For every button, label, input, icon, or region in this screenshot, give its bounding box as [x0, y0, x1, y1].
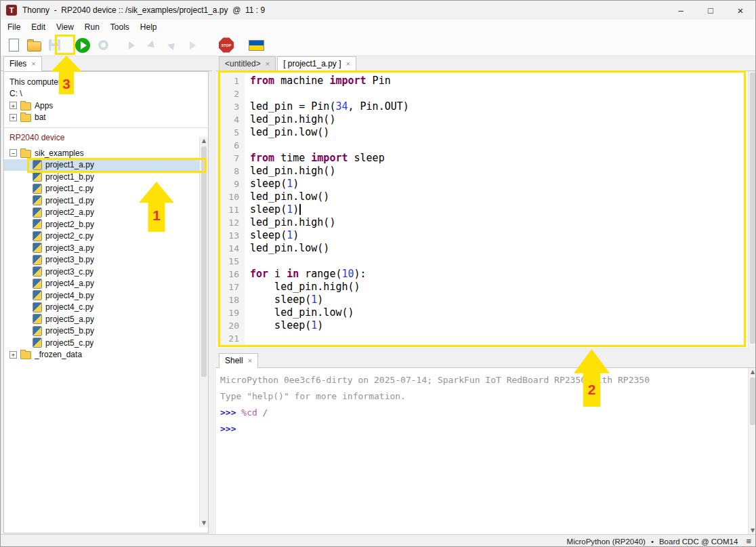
tree-item-python-file[interactable]: project5_b.py [4, 325, 208, 338]
tree-item-folder[interactable]: −sik_examples [4, 147, 208, 159]
shell-output-area[interactable]: MicroPython 0ee3cf6-dirty on 2025-07-14;… [216, 368, 748, 535]
tree-item-c-drive[interactable]: C: \ [4, 88, 208, 100]
debug-icon [98, 40, 108, 50]
code-line[interactable]: 15 [216, 255, 748, 268]
scroll-up-icon[interactable]: ▲ [200, 137, 208, 145]
code-line[interactable]: 17 led_pin.high() [216, 281, 748, 293]
close-tab-icon[interactable]: × [31, 60, 35, 68]
code-line[interactable]: 19 led_pin.low() [216, 306, 748, 319]
port-status[interactable]: Board CDC @ COM14 [659, 538, 738, 546]
tree-item-python-file[interactable]: project3_c.py [4, 266, 208, 278]
menu-view[interactable]: View [51, 20, 79, 34]
step-into-button[interactable] [143, 37, 161, 54]
close-button[interactable]: × [726, 1, 755, 20]
tree-item-python-file[interactable]: project4_b.py [4, 289, 208, 302]
code-line[interactable]: 7from time import sleep [216, 152, 748, 165]
step-over-button[interactable] [123, 37, 140, 54]
save-file-button[interactable] [45, 37, 63, 54]
code-token: ) [293, 229, 299, 241]
tree-item-python-file[interactable]: project4_a.py [4, 278, 208, 290]
scroll-down-icon[interactable]: ▼ [200, 519, 208, 527]
tree-item-python-file[interactable]: project1_d.py [4, 195, 208, 207]
menu-file[interactable]: File [2, 20, 26, 34]
code-line[interactable]: 6 [216, 139, 748, 152]
support-ukraine-button[interactable] [247, 37, 265, 54]
scrollbar-thumb[interactable] [750, 378, 755, 425]
code-line[interactable]: 21 [216, 332, 748, 345]
tree-item-python-file[interactable]: project1_a.py [4, 159, 208, 171]
tree-item-python-file[interactable]: project1_c.py [4, 183, 208, 195]
shell-line: MicroPython 0ee3cf6-dirty on 2025-07-14;… [220, 372, 748, 388]
expand-icon[interactable]: + [9, 102, 17, 109]
code-line[interactable]: 18 sleep(1) [216, 293, 748, 306]
files-tab[interactable]: Files × [3, 56, 42, 70]
code-line[interactable]: 14led_pin.low() [216, 242, 748, 255]
menu-edit[interactable]: Edit [26, 20, 51, 34]
tree-item-python-file[interactable]: project5_c.py [4, 337, 208, 349]
tree-item-python-file[interactable]: project2_b.py [4, 218, 208, 230]
tree-item-python-file[interactable]: project2_c.py [4, 230, 208, 243]
shell-tab[interactable]: Shell × [219, 353, 258, 367]
expand-icon[interactable]: + [9, 114, 17, 121]
minimize-button[interactable]: – [666, 1, 696, 20]
tree-item-python-file[interactable]: project4_c.py [4, 302, 208, 314]
stop-restart-button[interactable]: STOP [217, 37, 235, 54]
menu-run[interactable]: Run [79, 20, 105, 34]
code-line[interactable]: 5led_pin.low() [216, 126, 748, 139]
code-editor[interactable]: 1from machine import Pin23led_pin = Pin(… [216, 71, 748, 348]
run-script-button[interactable] [74, 37, 91, 54]
tree-item-python-file[interactable]: project2_a.py [4, 207, 208, 219]
interpreter-status[interactable]: MicroPython (RP2040) [567, 538, 646, 546]
editor-tab[interactable]: [ project1_a.py ]× [277, 56, 356, 70]
code-line[interactable]: 2 [216, 87, 748, 100]
menu-tools[interactable]: Tools [105, 20, 135, 34]
step-out-button[interactable] [163, 37, 181, 54]
code-line[interactable]: 9sleep(1) [216, 178, 748, 190]
code-line[interactable]: 8led_pin.high() [216, 165, 748, 178]
shell-command-text: %cd / [241, 407, 268, 418]
tree-item-python-file[interactable]: project1_b.py [4, 171, 208, 183]
code-line[interactable]: 20 sleep(1) [216, 319, 748, 332]
code-line[interactable]: 10led_pin.low() [216, 190, 748, 203]
tree-item-this-computer[interactable]: This computer [4, 76, 208, 88]
code-token: import [329, 75, 366, 87]
code-token: led_pin.high() [250, 281, 360, 293]
open-file-button[interactable] [25, 37, 43, 54]
scroll-up-icon[interactable]: ▲ [749, 368, 756, 376]
code-line[interactable]: 12led_pin.high() [216, 216, 748, 229]
expand-icon[interactable]: + [9, 351, 17, 359]
line-number: 10 [216, 190, 245, 203]
editor-tab[interactable]: <untitled>× [219, 56, 276, 70]
code-line[interactable]: 11sleep(1) [216, 203, 748, 216]
code-line[interactable]: 16for i in range(10): [216, 268, 748, 281]
close-tab-icon[interactable]: × [266, 60, 270, 68]
menu-help[interactable]: Help [135, 20, 163, 34]
close-tab-icon[interactable]: × [346, 60, 350, 68]
code-line[interactable]: 4led_pin.high() [216, 113, 748, 126]
debug-script-button[interactable] [94, 37, 112, 54]
code-line[interactable]: 13sleep(1) [216, 229, 748, 242]
maximize-button[interactable]: □ [696, 1, 726, 20]
tree-item-python-file[interactable]: project3_b.py [4, 254, 208, 266]
python-file-icon [33, 195, 42, 205]
line-number: 16 [216, 268, 245, 281]
window-controls: – □ × [666, 1, 755, 20]
resume-button[interactable] [184, 37, 201, 54]
editor-scrollbar[interactable] [748, 71, 756, 348]
tree-item-folder[interactable]: +Apps [4, 100, 208, 112]
tree-item-python-file[interactable]: project3_a.py [4, 242, 208, 254]
scrollbar-thumb[interactable] [201, 146, 207, 377]
new-file-button[interactable] [5, 37, 22, 54]
tree-item-python-file[interactable]: project5_a.py [4, 313, 208, 325]
code-token: sleep( [250, 229, 287, 241]
tree-item-folder[interactable]: +bat [4, 112, 208, 124]
scrollbar-thumb[interactable] [750, 73, 755, 344]
code-line[interactable]: 1from machine import Pin [216, 75, 748, 87]
close-tab-icon[interactable]: × [248, 357, 252, 365]
code-line[interactable]: 3led_pin = Pin(34, Pin.OUT) [216, 100, 748, 113]
files-scrollbar[interactable]: ▲ ▼ [199, 137, 208, 527]
tree-item-folder[interactable]: +_frozen_data [4, 349, 208, 361]
collapse-icon[interactable]: − [9, 149, 17, 157]
shell-scrollbar[interactable]: ▲ ▼ [748, 368, 756, 535]
menu-grip-icon[interactable]: ≡ [746, 536, 751, 546]
